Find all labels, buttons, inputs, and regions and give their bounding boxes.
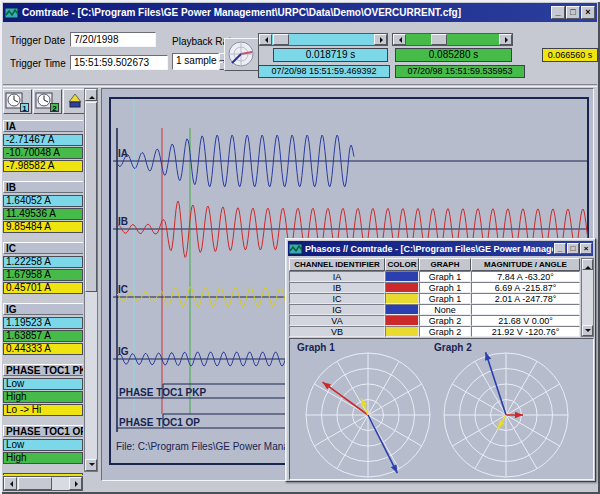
sidebar-scroll-thumb[interactable] bbox=[85, 102, 97, 292]
digital-label-0: PHASE TOC1 PKP bbox=[119, 387, 206, 398]
cursor2-scroll-thumb[interactable] bbox=[431, 34, 447, 45]
phasor-table-row[interactable]: IBGraph 16.69 A -215.87° bbox=[289, 282, 580, 293]
delta-time-box: 0.066560 s bbox=[542, 48, 598, 62]
phasors-window: Phasors // Comtrade - [C:\Program Files\… bbox=[285, 238, 596, 482]
cursor1-values-button[interactable]: 1 bbox=[3, 89, 32, 114]
minimize-button[interactable]: _ bbox=[551, 6, 565, 19]
digital-label-1: PHASE TOC1 OP bbox=[119, 417, 200, 428]
sidebar-scroll-down[interactable] bbox=[85, 459, 97, 471]
graph1-label: Graph 1 bbox=[297, 342, 335, 353]
cursor1-datetime-box: 07/20/98 15:51:59.469392 bbox=[258, 65, 390, 78]
header-color: COLOR bbox=[385, 258, 419, 271]
color-swatch-cell[interactable] bbox=[385, 293, 419, 304]
phasors-window-title: Phasors // Comtrade - [C:\Program Files\… bbox=[303, 244, 553, 254]
phasor-table-scroll-down[interactable] bbox=[582, 325, 593, 336]
header-magnitude-angle: MAGNITUDE / ANGLE bbox=[471, 258, 580, 271]
channel-group-header: IC bbox=[3, 242, 83, 254]
phasor-table-row[interactable]: IAGraph 17.84 A -63.20° bbox=[289, 271, 580, 282]
channel-value: 0.45701 A bbox=[3, 282, 83, 294]
cursor1-scrollbar[interactable] bbox=[258, 33, 388, 46]
sidebar-scroll-right[interactable] bbox=[69, 477, 82, 490]
phasors-close-button[interactable]: × bbox=[580, 243, 592, 254]
color-swatch-cell[interactable] bbox=[385, 315, 419, 326]
channel-value: 1.67958 A bbox=[3, 269, 83, 281]
cursor2-values-button-badge: 2 bbox=[50, 103, 59, 112]
cursor1-time-box: 0.018719 s bbox=[273, 48, 388, 62]
channel-identifier-cell: IA bbox=[289, 271, 385, 282]
channel-value: 1.19523 A bbox=[3, 317, 83, 329]
comtrade-app-window: Comtrade - [C:\Program Files\GE Power Ma… bbox=[0, 0, 600, 494]
channel-value: 0.44333 A bbox=[3, 343, 83, 355]
channel-value: High bbox=[3, 391, 83, 403]
channel-group: IC1.22258 A1.67958 A0.45701 A bbox=[3, 242, 83, 294]
phasor-table: CHANNEL IDENTIFIER COLOR GRAPH MAGNITUDE… bbox=[289, 258, 580, 337]
channel-value: 1.64052 A bbox=[3, 195, 83, 207]
phasor-table-scrollbar[interactable] bbox=[581, 258, 594, 337]
cursor1-scroll-right[interactable] bbox=[374, 34, 387, 45]
phasor-table-row[interactable]: ICGraph 12.01 A -247.78° bbox=[289, 293, 580, 304]
channel-group: PHASE TOC1 PKLowHighLo -> Hi bbox=[3, 364, 83, 416]
color-swatch-cell[interactable] bbox=[385, 282, 419, 293]
channel-value: -7.98582 A bbox=[3, 160, 83, 172]
phasor-table-row[interactable]: IGNone bbox=[289, 304, 580, 315]
channel-group-header: IA bbox=[3, 120, 83, 132]
header-graph: GRAPH bbox=[419, 258, 471, 271]
cursor2-time-box: 0.085280 s bbox=[395, 48, 512, 62]
sidebar-scroll-up[interactable] bbox=[85, 89, 97, 101]
channel-identifier-cell: IG bbox=[289, 304, 385, 315]
channel-label-IG: IG bbox=[118, 346, 129, 357]
graph-select-cell[interactable]: Graph 1 bbox=[419, 293, 471, 304]
channel-group-header: IB bbox=[3, 181, 83, 193]
playback-rate-field[interactable]: 1 sample bbox=[172, 53, 219, 70]
phasors-window-icon bbox=[289, 243, 303, 255]
phasor-table-scroll-up[interactable] bbox=[582, 259, 593, 270]
graph-select-cell[interactable]: Graph 1 bbox=[419, 282, 471, 293]
channel-value: Low bbox=[3, 378, 83, 390]
phasor-table-row[interactable]: VAGraph 221.68 V 0.00° bbox=[289, 315, 580, 326]
phasors-maximize-button[interactable]: □ bbox=[567, 243, 579, 254]
phasor-view-button[interactable] bbox=[224, 38, 259, 71]
channel-value: -10.70048 A bbox=[3, 147, 83, 159]
color-swatch-cell[interactable] bbox=[385, 271, 419, 282]
channel-values-list: IA-2.71467 A-10.70048 A-7.98582 AIB1.640… bbox=[3, 120, 83, 475]
trigger-time-label: Trigger Time bbox=[10, 58, 66, 69]
phasor-polar-plots bbox=[290, 339, 593, 479]
cursor2-values-button[interactable]: 2 bbox=[33, 89, 62, 114]
sidebar-horizontal-scrollbar[interactable] bbox=[3, 476, 83, 491]
graph-select-cell[interactable]: Graph 2 bbox=[419, 315, 471, 326]
channel-label-IC: IC bbox=[118, 284, 128, 295]
cursor1-scroll-thumb[interactable] bbox=[273, 34, 289, 45]
window-title: Comtrade - [C:\Program Files\GE Power Ma… bbox=[19, 7, 550, 18]
trigger-date-field[interactable]: 7/20/1998 bbox=[70, 32, 156, 47]
channel-value: Lo -> Hi bbox=[3, 404, 83, 416]
trigger-time-field[interactable]: 15:51:59.502673 bbox=[70, 55, 168, 70]
close-button[interactable]: × bbox=[581, 6, 595, 19]
toolbar-divider bbox=[3, 84, 597, 87]
graph-select-cell[interactable]: Graph 2 bbox=[419, 326, 471, 337]
channel-group: IA-2.71467 A-10.70048 A-7.98582 A bbox=[3, 120, 83, 172]
graph-select-cell[interactable]: None bbox=[419, 304, 471, 315]
cursor2-scrollbar[interactable] bbox=[392, 33, 513, 46]
magnitude-angle-cell: 2.01 A -247.78° bbox=[471, 293, 580, 304]
channel-sidebar: 12 IA-2.71467 A-10.70048 A-7.98582 AIB1.… bbox=[3, 88, 100, 491]
channel-identifier-cell: IC bbox=[289, 293, 385, 304]
cursor1-scroll-left[interactable] bbox=[259, 34, 272, 45]
phasors-minimize-button[interactable]: _ bbox=[554, 243, 566, 254]
color-swatch-cell[interactable] bbox=[385, 326, 419, 337]
color-swatch-cell[interactable] bbox=[385, 304, 419, 315]
partial-row bbox=[3, 473, 83, 475]
graph-select-cell[interactable]: Graph 1 bbox=[419, 271, 471, 282]
phasor-table-row[interactable]: VBGraph 221.92 V -120.76° bbox=[289, 326, 580, 337]
sidebar-vertical-scrollbar[interactable] bbox=[84, 88, 98, 472]
maximize-button[interactable]: □ bbox=[566, 6, 580, 19]
phasor-vector-VA bbox=[506, 412, 523, 418]
magnitude-angle-cell: 6.69 A -215.87° bbox=[471, 282, 580, 293]
channel-value: 1.22258 A bbox=[3, 256, 83, 268]
cursor2-scroll-right[interactable] bbox=[499, 34, 512, 45]
cursor2-datetime-box: 07/20/98 15:51:59.535953 bbox=[395, 65, 525, 78]
sidebar-scroll-left[interactable] bbox=[4, 477, 17, 490]
channel-group: IB1.64052 A11.49536 A9.85484 A bbox=[3, 181, 83, 233]
sidebar-hscroll-thumb[interactable] bbox=[18, 477, 52, 490]
cursor2-scroll-left[interactable] bbox=[393, 34, 406, 45]
channel-identifier-cell: VA bbox=[289, 315, 385, 326]
